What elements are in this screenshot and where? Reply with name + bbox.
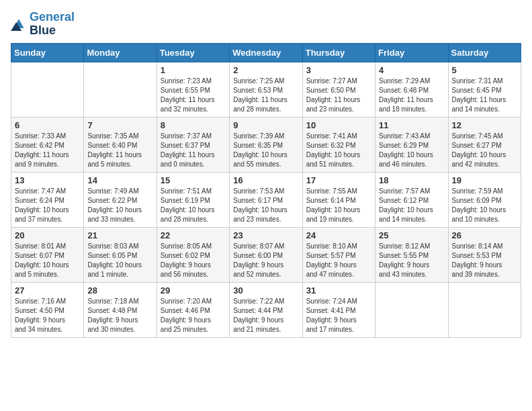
day-detail: Sunrise: 7:20 AM Sunset: 4:46 PM Dayligh… xyxy=(161,297,226,334)
day-detail: Sunrise: 7:59 AM Sunset: 6:09 PM Dayligh… xyxy=(452,187,517,224)
calendar-cell xyxy=(375,282,448,337)
calendar-cell: 5Sunrise: 7:31 AM Sunset: 6:45 PM Daylig… xyxy=(448,62,521,117)
day-number: 3 xyxy=(306,65,371,75)
day-detail: Sunrise: 7:49 AM Sunset: 6:22 PM Dayligh… xyxy=(87,187,152,224)
day-number: 23 xyxy=(233,230,298,240)
day-number: 30 xyxy=(233,285,298,295)
day-detail: Sunrise: 7:25 AM Sunset: 6:53 PM Dayligh… xyxy=(233,77,298,114)
calendar-cell: 23Sunrise: 8:07 AM Sunset: 6:00 PM Dayli… xyxy=(230,227,302,282)
column-header-tuesday: Tuesday xyxy=(157,43,229,62)
column-header-friday: Friday xyxy=(375,43,448,62)
day-detail: Sunrise: 7:57 AM Sunset: 6:12 PM Dayligh… xyxy=(379,187,444,224)
calendar-header-row: SundayMondayTuesdayWednesdayThursdayFrid… xyxy=(11,43,521,62)
day-detail: Sunrise: 7:23 AM Sunset: 6:55 PM Dayligh… xyxy=(161,77,226,114)
day-detail: Sunrise: 7:33 AM Sunset: 6:42 PM Dayligh… xyxy=(15,132,80,169)
calendar-week-row: 20Sunrise: 8:01 AM Sunset: 6:07 PM Dayli… xyxy=(11,227,521,282)
day-number: 22 xyxy=(161,230,226,240)
calendar-cell: 30Sunrise: 7:22 AM Sunset: 4:44 PM Dayli… xyxy=(230,282,302,337)
calendar-cell: 20Sunrise: 8:01 AM Sunset: 6:07 PM Dayli… xyxy=(11,227,84,282)
calendar-cell: 8Sunrise: 7:37 AM Sunset: 6:37 PM Daylig… xyxy=(157,117,229,172)
day-detail: Sunrise: 8:03 AM Sunset: 6:05 PM Dayligh… xyxy=(87,242,152,279)
calendar-cell: 1Sunrise: 7:23 AM Sunset: 6:55 PM Daylig… xyxy=(157,62,229,117)
calendar-cell xyxy=(11,62,84,117)
day-number: 27 xyxy=(15,285,80,295)
day-number: 18 xyxy=(379,175,444,185)
day-number: 15 xyxy=(161,175,226,185)
column-header-sunday: Sunday xyxy=(11,43,84,62)
day-detail: Sunrise: 7:43 AM Sunset: 6:29 PM Dayligh… xyxy=(379,132,444,169)
calendar-cell: 17Sunrise: 7:55 AM Sunset: 6:14 PM Dayli… xyxy=(302,172,375,227)
day-detail: Sunrise: 7:18 AM Sunset: 4:48 PM Dayligh… xyxy=(87,297,152,334)
calendar-cell xyxy=(448,282,521,337)
calendar-cell: 25Sunrise: 8:12 AM Sunset: 5:55 PM Dayli… xyxy=(375,227,448,282)
day-number: 8 xyxy=(161,120,226,130)
day-number: 11 xyxy=(379,120,444,130)
day-number: 13 xyxy=(15,175,80,185)
calendar-cell: 10Sunrise: 7:41 AM Sunset: 6:32 PM Dayli… xyxy=(302,117,375,172)
day-number: 2 xyxy=(233,65,298,75)
day-detail: Sunrise: 7:47 AM Sunset: 6:24 PM Dayligh… xyxy=(15,187,80,224)
calendar-week-row: 6Sunrise: 7:33 AM Sunset: 6:42 PM Daylig… xyxy=(11,117,521,172)
day-detail: Sunrise: 8:12 AM Sunset: 5:55 PM Dayligh… xyxy=(379,242,444,279)
day-number: 6 xyxy=(15,120,80,130)
day-detail: Sunrise: 7:22 AM Sunset: 4:44 PM Dayligh… xyxy=(233,297,298,334)
calendar-cell: 28Sunrise: 7:18 AM Sunset: 4:48 PM Dayli… xyxy=(84,282,157,337)
day-number: 28 xyxy=(87,285,152,295)
column-header-wednesday: Wednesday xyxy=(230,43,302,62)
day-number: 12 xyxy=(452,120,517,130)
day-detail: Sunrise: 7:37 AM Sunset: 6:37 PM Dayligh… xyxy=(161,132,226,169)
day-detail: Sunrise: 7:51 AM Sunset: 6:19 PM Dayligh… xyxy=(161,187,226,224)
day-detail: Sunrise: 8:05 AM Sunset: 6:02 PM Dayligh… xyxy=(161,242,226,279)
day-detail: Sunrise: 7:35 AM Sunset: 6:40 PM Dayligh… xyxy=(87,132,152,169)
day-detail: Sunrise: 7:53 AM Sunset: 6:17 PM Dayligh… xyxy=(233,187,298,224)
calendar-cell: 18Sunrise: 7:57 AM Sunset: 6:12 PM Dayli… xyxy=(375,172,448,227)
calendar-cell: 15Sunrise: 7:51 AM Sunset: 6:19 PM Dayli… xyxy=(157,172,229,227)
day-detail: Sunrise: 7:29 AM Sunset: 6:48 PM Dayligh… xyxy=(379,77,444,114)
page-header: General Blue xyxy=(11,11,521,38)
calendar-cell: 14Sunrise: 7:49 AM Sunset: 6:22 PM Dayli… xyxy=(84,172,157,227)
calendar-cell: 19Sunrise: 7:59 AM Sunset: 6:09 PM Dayli… xyxy=(448,172,521,227)
day-number: 21 xyxy=(87,230,152,240)
calendar-cell: 24Sunrise: 8:10 AM Sunset: 5:57 PM Dayli… xyxy=(302,227,375,282)
calendar-week-row: 13Sunrise: 7:47 AM Sunset: 6:24 PM Dayli… xyxy=(11,172,521,227)
day-detail: Sunrise: 7:55 AM Sunset: 6:14 PM Dayligh… xyxy=(306,187,371,224)
calendar-week-row: 27Sunrise: 7:16 AM Sunset: 4:50 PM Dayli… xyxy=(11,282,521,337)
day-number: 25 xyxy=(379,230,444,240)
column-header-saturday: Saturday xyxy=(448,43,521,62)
day-detail: Sunrise: 7:16 AM Sunset: 4:50 PM Dayligh… xyxy=(15,297,80,334)
calendar-cell: 11Sunrise: 7:43 AM Sunset: 6:29 PM Dayli… xyxy=(375,117,448,172)
calendar-table: SundayMondayTuesdayWednesdayThursdayFrid… xyxy=(11,43,521,338)
calendar-cell: 12Sunrise: 7:45 AM Sunset: 6:27 PM Dayli… xyxy=(448,117,521,172)
logo-text: General Blue xyxy=(30,11,75,38)
day-detail: Sunrise: 7:24 AM Sunset: 4:41 PM Dayligh… xyxy=(306,297,371,334)
day-number: 24 xyxy=(306,230,371,240)
day-number: 1 xyxy=(161,65,226,75)
calendar-cell: 6Sunrise: 7:33 AM Sunset: 6:42 PM Daylig… xyxy=(11,117,84,172)
calendar-cell: 2Sunrise: 7:25 AM Sunset: 6:53 PM Daylig… xyxy=(230,62,302,117)
day-number: 9 xyxy=(233,120,298,130)
calendar-cell: 4Sunrise: 7:29 AM Sunset: 6:48 PM Daylig… xyxy=(375,62,448,117)
day-detail: Sunrise: 8:10 AM Sunset: 5:57 PM Dayligh… xyxy=(306,242,371,279)
column-header-monday: Monday xyxy=(84,43,157,62)
day-detail: Sunrise: 8:07 AM Sunset: 6:00 PM Dayligh… xyxy=(233,242,298,279)
day-number: 5 xyxy=(452,65,517,75)
calendar-week-row: 1Sunrise: 7:23 AM Sunset: 6:55 PM Daylig… xyxy=(11,62,521,117)
calendar-cell: 21Sunrise: 8:03 AM Sunset: 6:05 PM Dayli… xyxy=(84,227,157,282)
column-header-thursday: Thursday xyxy=(302,43,375,62)
calendar-cell: 13Sunrise: 7:47 AM Sunset: 6:24 PM Dayli… xyxy=(11,172,84,227)
calendar-cell: 9Sunrise: 7:39 AM Sunset: 6:35 PM Daylig… xyxy=(230,117,302,172)
day-detail: Sunrise: 7:41 AM Sunset: 6:32 PM Dayligh… xyxy=(306,132,371,169)
logo: General Blue xyxy=(11,11,75,38)
calendar-cell: 27Sunrise: 7:16 AM Sunset: 4:50 PM Dayli… xyxy=(11,282,84,337)
day-detail: Sunrise: 7:39 AM Sunset: 6:35 PM Dayligh… xyxy=(233,132,298,169)
day-detail: Sunrise: 7:45 AM Sunset: 6:27 PM Dayligh… xyxy=(452,132,517,169)
day-number: 20 xyxy=(15,230,80,240)
day-number: 4 xyxy=(379,65,444,75)
calendar-cell: 29Sunrise: 7:20 AM Sunset: 4:46 PM Dayli… xyxy=(157,282,229,337)
day-detail: Sunrise: 8:01 AM Sunset: 6:07 PM Dayligh… xyxy=(15,242,80,279)
day-detail: Sunrise: 8:14 AM Sunset: 5:53 PM Dayligh… xyxy=(452,242,517,279)
day-number: 14 xyxy=(87,175,152,185)
day-number: 31 xyxy=(306,285,371,295)
day-number: 10 xyxy=(306,120,371,130)
day-number: 16 xyxy=(233,175,298,185)
